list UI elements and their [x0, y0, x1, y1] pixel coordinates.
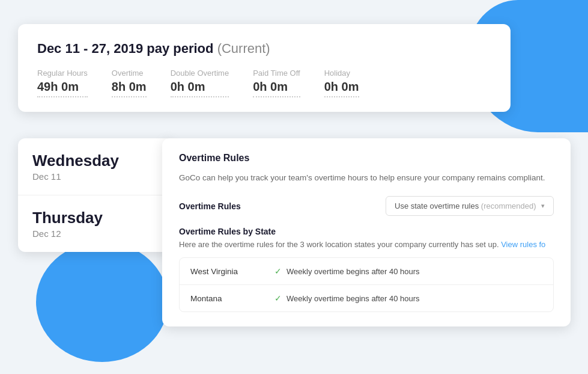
day-date-thursday: Dec 12 — [32, 228, 160, 239]
overtime-panel: Overtime Rules GoCo can help you track y… — [162, 138, 571, 326]
stat-label-double-overtime: Double Overtime — [171, 69, 229, 78]
day-name-thursday: Thursday — [32, 209, 160, 227]
state-rules-desc: Here are the overtime rules for the 3 wo… — [179, 240, 554, 249]
stat-holiday: Holiday 0h 0m — [324, 69, 359, 97]
stat-overtime: Overtime 8h 0m — [112, 69, 147, 97]
stat-value-pto: 0h 0m — [253, 80, 300, 97]
blob-bottom-left — [36, 242, 168, 362]
state-rule-text-west-virginia: Weekly overtime begins after 40 hours — [286, 267, 420, 276]
rules-select-recommended: (recommended) — [481, 201, 536, 210]
pay-period-title: Dec 11 - 27, 2019 pay period (Current) — [37, 41, 491, 57]
stat-value-holiday: 0h 0m — [324, 80, 359, 97]
stat-double-overtime: Double Overtime 0h 0m — [171, 69, 229, 97]
pay-period-card: Dec 11 - 27, 2019 pay period (Current) R… — [18, 24, 511, 112]
day-date-wednesday: Dec 11 — [32, 171, 160, 182]
overtime-rules-label: Overtime Rules — [179, 201, 241, 211]
calendar-card: Wednesday Dec 11 Thursday Dec 12 — [18, 138, 174, 252]
calendar-day-wednesday[interactable]: Wednesday Dec 11 — [18, 138, 174, 195]
check-icon-montana: ✓ — [274, 293, 282, 303]
stat-label-holiday: Holiday — [324, 69, 359, 78]
rules-select-text: Use state overtime rules — [395, 201, 479, 210]
stat-label-pto: Paid Time Off — [253, 69, 300, 78]
state-name-west-virginia: West Virginia — [190, 267, 274, 276]
stats-row: Regular Hours 49h 0m Overtime 8h 0m Doub… — [37, 69, 491, 97]
view-rules-link[interactable]: View rules fo — [501, 240, 545, 249]
state-rules-table: West Virginia ✓ Weekly overtime begins a… — [179, 257, 554, 312]
overtime-panel-title: Overtime Rules — [179, 153, 554, 164]
stat-pto: Paid Time Off 0h 0m — [253, 69, 300, 97]
state-rule-west-virginia: ✓ Weekly overtime begins after 40 hours — [274, 266, 420, 276]
state-rules-title: Overtime Rules by State — [179, 227, 554, 236]
state-row-west-virginia: West Virginia ✓ Weekly overtime begins a… — [180, 258, 553, 285]
calendar-day-thursday[interactable]: Thursday Dec 12 — [18, 195, 174, 252]
overtime-rules-row: Overtime Rules Use state overtime rules … — [179, 196, 554, 216]
overtime-rules-select[interactable]: Use state overtime rules (recommended) ▾ — [386, 196, 554, 216]
state-row-montana: Montana ✓ Weekly overtime begins after 4… — [180, 285, 553, 311]
state-name-montana: Montana — [190, 294, 274, 303]
stat-value-regular-hours: 49h 0m — [37, 80, 88, 97]
state-rules-desc-text: Here are the overtime rules for the 3 wo… — [179, 240, 499, 249]
stat-value-double-overtime: 0h 0m — [171, 80, 229, 97]
state-rule-montana: ✓ Weekly overtime begins after 40 hours — [274, 293, 420, 303]
chevron-down-icon: ▾ — [541, 202, 545, 210]
stat-label-overtime: Overtime — [112, 69, 147, 78]
stat-regular-hours: Regular Hours 49h 0m — [37, 69, 88, 97]
day-name-wednesday: Wednesday — [32, 152, 160, 170]
check-icon-west-virginia: ✓ — [274, 266, 282, 276]
pay-period-current-label: (Current) — [217, 41, 270, 56]
rules-select-value: Use state overtime rules (recommended) — [395, 201, 536, 210]
state-rule-text-montana: Weekly overtime begins after 40 hours — [286, 294, 420, 303]
overtime-panel-description: GoCo can help you track your team's over… — [179, 172, 554, 184]
stat-label-regular-hours: Regular Hours — [37, 69, 88, 78]
stat-value-overtime: 8h 0m — [112, 80, 147, 97]
pay-period-title-text: Dec 11 - 27, 2019 pay period — [37, 41, 214, 56]
